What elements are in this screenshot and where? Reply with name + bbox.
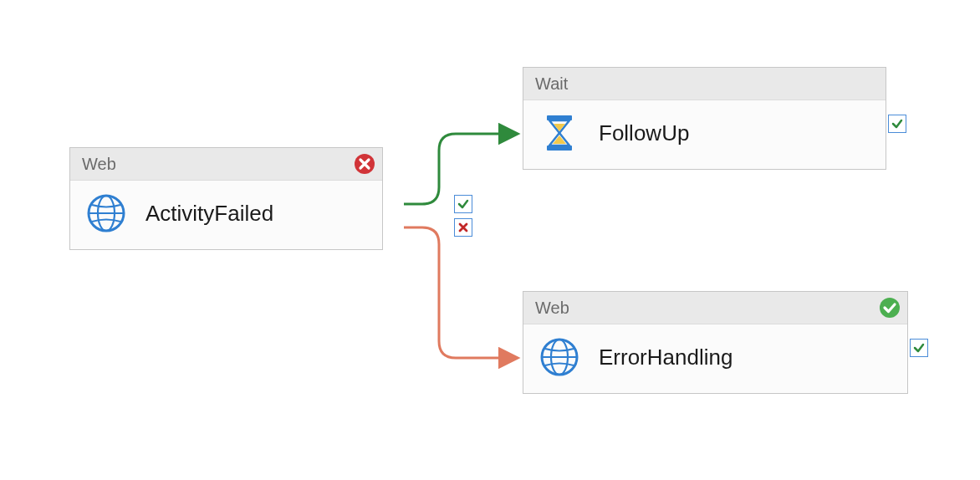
- node-body: ErrorHandling: [523, 324, 907, 393]
- status-success-icon: [879, 297, 901, 319]
- node-header: Wait: [523, 68, 886, 100]
- port-success[interactable]: [888, 115, 906, 133]
- globe-icon: [85, 192, 127, 234]
- node-type-label: Wait: [535, 74, 568, 94]
- node-activityfailed[interactable]: Web ActivityFailed: [69, 147, 383, 250]
- connector-success: [404, 134, 517, 204]
- connector-failure: [404, 227, 517, 358]
- port-success[interactable]: [454, 195, 472, 213]
- node-type-label: Web: [535, 299, 569, 318]
- node-body: FollowUp: [523, 100, 886, 169]
- pipeline-canvas[interactable]: Web ActivityFailed: [0, 0, 980, 480]
- node-header: Web: [70, 148, 382, 181]
- status-failed-icon: [354, 153, 375, 175]
- node-title: FollowUp: [599, 120, 689, 146]
- port-failure[interactable]: [454, 218, 472, 237]
- svg-point-6: [880, 298, 900, 318]
- node-followup[interactable]: Wait FollowUp: [523, 67, 886, 170]
- node-title: ErrorHandling: [599, 345, 732, 370]
- node-type-label: Web: [82, 155, 116, 174]
- port-success[interactable]: [910, 339, 928, 357]
- node-body: ActivityFailed: [70, 181, 382, 249]
- node-errorhandling[interactable]: Web ErrorHandling: [523, 291, 908, 394]
- hourglass-icon: [538, 112, 580, 154]
- node-title: ActivityFailed: [145, 201, 273, 227]
- node-header: Web: [523, 292, 907, 324]
- globe-icon: [538, 336, 580, 378]
